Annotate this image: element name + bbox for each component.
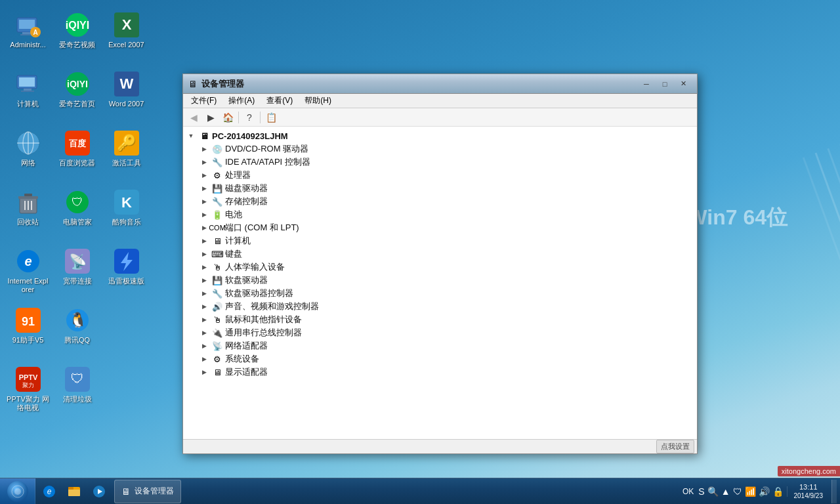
forward-button[interactable]: ▶ (203, 110, 219, 125)
desktop-icon-91asst[interactable]: 91 91助手V5 (3, 302, 52, 361)
start-button[interactable] (0, 478, 35, 505)
show-desktop-button[interactable] (831, 480, 837, 503)
status-settings-button[interactable]: 点我设置 (656, 440, 694, 453)
taskbar-pin-ie[interactable]: e (37, 480, 61, 503)
tree-item-floppy[interactable]: ▶ 💾 软盘驱动器 (183, 274, 697, 287)
root-toggle[interactable]: ▼ (186, 131, 196, 141)
tree-item-ports[interactable]: ▶ COM 端口 (COM 和 LPT) (183, 221, 697, 234)
maximize-button[interactable]: □ (656, 77, 673, 91)
tree-item-hid[interactable]: ▶ 🖱 人体学输入设备 (183, 261, 697, 274)
ide-toggle[interactable]: ▶ (199, 157, 209, 167)
clean-label: 清理垃圾 (63, 395, 92, 404)
tree-item-computer[interactable]: ▶ 🖥 计算机 (183, 234, 697, 247)
floppy-ctrl-toggle[interactable]: ▶ (199, 288, 209, 299)
menu-help[interactable]: 帮助(H) (299, 94, 337, 108)
tree-item-floppy-ctrl[interactable]: ▶ 🔧 软盘驱动器控制器 (183, 287, 697, 300)
tree-item-display[interactable]: ▶ 🖥 显示适配器 (183, 366, 697, 379)
display-toggle[interactable]: ▶ (199, 367, 209, 377)
device-tree[interactable]: ▼ 🖥 PC-20140923LJHM ▶ 💿 DVD/CD-ROM 驱动器 ▶… (183, 127, 697, 439)
tray-icon-volume[interactable]: 🔊 (759, 486, 770, 497)
tree-item-dvd[interactable]: ▶ 💿 DVD/CD-ROM 驱动器 (183, 142, 697, 156)
svg-text:K: K (121, 194, 132, 211)
floppy-ctrl-icon: 🔧 (211, 287, 223, 299)
activate-label: 激活工具 (112, 159, 141, 167)
cpu-toggle[interactable]: ▶ (199, 170, 209, 180)
desktop-icon-excel[interactable]: X Excel 2007 (102, 7, 151, 66)
menu-view[interactable]: 查看(V) (261, 94, 298, 108)
network-tree-label: 网络适配器 (225, 340, 268, 352)
tray-icon-secure[interactable]: 🔒 (772, 486, 784, 497)
tray-icon-shield[interactable]: 🛡 (733, 486, 742, 497)
desktop-icon-word[interactable]: W Word 2007 (102, 66, 151, 125)
desktop-icon-iqiyi2[interactable]: iQIYI 爱奇艺首页 (52, 66, 102, 125)
tree-item-keyboard[interactable]: ▶ ⌨ 键盘 (183, 247, 697, 261)
system-toggle[interactable]: ▶ (199, 354, 209, 364)
close-button[interactable]: ✕ (675, 77, 692, 91)
desktop-icon-iqiyi[interactable]: iQIYI 爱奇艺视频 (52, 7, 102, 66)
desktop-icon-administrator[interactable]: A Administr... (3, 7, 52, 66)
taskbar-tray: OK S 🔍 ▲ 🛡 📶 🔊 🔒 13:11 2014/9/23 (674, 480, 840, 503)
disk-toggle[interactable]: ▶ (199, 183, 209, 194)
desktop-icon-recycle[interactable]: 回收站 (3, 184, 52, 243)
tree-item-storage[interactable]: ▶ 🔧 存储控制器 (183, 195, 697, 208)
svg-text:e: e (24, 254, 32, 268)
tree-item-sound[interactable]: ▶ 🔊 声音、视频和游戏控制器 (183, 300, 697, 313)
battery-toggle[interactable]: ▶ (199, 209, 209, 220)
taskbar-pin-explorer[interactable] (62, 480, 86, 503)
desktop-icon-xunlei[interactable]: 迅雷极速版 (102, 243, 151, 302)
hid-toggle[interactable]: ▶ (199, 262, 209, 272)
desktop-icon-broadband[interactable]: 📡 宽带连接 (52, 243, 102, 302)
tree-item-usb[interactable]: ▶ 🔌 通用串行总线控制器 (183, 326, 697, 339)
desktop-icon-ie[interactable]: e Internet Explorer (3, 243, 52, 302)
tree-item-network[interactable]: ▶ 📡 网络适配器 (183, 339, 697, 352)
tree-item-cpu[interactable]: ▶ ⚙ 处理器 (183, 169, 697, 182)
help-toolbar-button[interactable]: ? (242, 110, 257, 125)
parent-button[interactable]: 🏠 (220, 110, 236, 125)
tree-item-mouse[interactable]: ▶ 🖱 鼠标和其他指针设备 (183, 313, 697, 326)
tray-icon-search[interactable]: 🔍 (707, 486, 719, 497)
desktop-icon-baidu[interactable]: 百度 百度浏览器 (52, 125, 102, 184)
window-titlebar[interactable]: 🖥 设备管理器 ─ □ ✕ (183, 74, 697, 94)
desktop-icon-tencentqq[interactable]: 🐧 腾讯QQ (52, 302, 102, 361)
sound-toggle[interactable]: ▶ (199, 301, 209, 312)
desktop-icon-pptv[interactable]: PPTV 聚力 PPTV聚力 网络电视 (3, 361, 52, 420)
taskbar-window-device-manager[interactable]: 🖥 设备管理器 (114, 480, 181, 503)
tray-icon-s[interactable]: S (698, 486, 704, 497)
desktop-icon-pcmgr[interactable]: 🛡 电脑管家 (52, 184, 102, 243)
tray-icon-network2[interactable]: 📶 (745, 486, 756, 497)
mouse-toggle[interactable]: ▶ (199, 314, 209, 325)
dvd-toggle[interactable]: ▶ (199, 144, 209, 154)
tree-item-disk[interactable]: ▶ 💾 磁盘驱动器 (183, 182, 697, 195)
menu-file[interactable]: 文件(F) (186, 94, 222, 108)
storage-toggle[interactable]: ▶ (199, 196, 209, 207)
clock[interactable]: 13:11 2014/9/23 (789, 482, 829, 500)
floppy-toggle[interactable]: ▶ (199, 275, 209, 285)
tree-item-system[interactable]: ▶ ⚙ 系统设备 (183, 352, 697, 366)
network-toggle[interactable]: ▶ (199, 341, 209, 351)
back-button[interactable]: ◀ (186, 110, 201, 125)
ports-toggle[interactable]: ▶ (199, 222, 209, 233)
desktop-icon-kugou[interactable]: K 酷狗音乐 (102, 184, 151, 243)
menu-action[interactable]: 操作(A) (223, 94, 260, 108)
usb-toggle[interactable]: ▶ (199, 327, 209, 338)
desktop-icon-computer[interactable]: 计算机 (3, 66, 52, 125)
display-label: 显示适配器 (225, 366, 268, 378)
network-label: 网络 (21, 159, 35, 167)
properties-button[interactable]: 📋 (263, 110, 279, 125)
dvd-icon: 💿 (211, 143, 223, 155)
mouse-icon: 🖱 (211, 314, 223, 326)
taskbar-pin-media[interactable] (87, 480, 111, 503)
keyboard-toggle[interactable]: ▶ (199, 249, 209, 259)
minimize-button[interactable]: ─ (638, 77, 655, 91)
tree-item-ide[interactable]: ▶ 🔧 IDE ATA/ATAPI 控制器 (183, 156, 697, 169)
tree-root[interactable]: ▼ 🖥 PC-20140923LJHM (183, 129, 697, 142)
tray-icon-up[interactable]: ▲ (721, 486, 730, 497)
baidu-icon: 百度 (64, 130, 91, 156)
svg-rect-57 (68, 487, 74, 490)
svg-rect-11 (19, 77, 35, 87)
desktop-icon-clean[interactable]: 🛡 清理垃圾 (52, 361, 102, 420)
desktop-icon-network[interactable]: 网络 (3, 125, 52, 184)
desktop-icon-activate[interactable]: 🔑 激活工具 (102, 125, 151, 184)
tree-item-battery[interactable]: ▶ 🔋 电池 (183, 208, 697, 221)
computer-toggle[interactable]: ▶ (199, 236, 209, 246)
